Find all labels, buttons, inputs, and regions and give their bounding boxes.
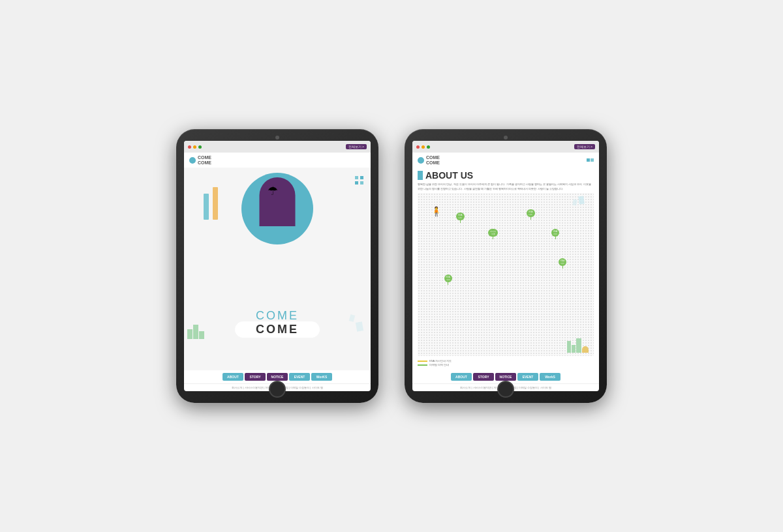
deco-sq-2: [360, 176, 363, 179]
browser-bar-1: 전체보기 >: [184, 141, 371, 153]
logo-text-1: COME COME: [198, 155, 211, 165]
map-pin-4: KNA지리: [551, 229, 559, 239]
nav-story-2[interactable]: STORY: [473, 373, 494, 381]
hero-come1: COME: [184, 309, 371, 323]
screen-content-1: COME COME: [184, 153, 371, 391]
pin-stem-5: [562, 266, 563, 269]
logo-area-1: COME COME: [184, 153, 371, 168]
view-all-button-2[interactable]: 전체보기 >: [574, 144, 595, 149]
world-map-area: 🧍 아시아야롯 KNA사리 KNA사리 KNA: [418, 193, 594, 356]
about-bracket: [418, 171, 423, 180]
books-deco: [204, 187, 218, 222]
nav-story-1[interactable]: STORY: [245, 373, 266, 381]
nav-notice-2[interactable]: NOTICE: [495, 373, 516, 381]
map-legend: KNA 자사인내 지도 마케팅 여역 안내: [418, 358, 594, 368]
about-description: 행복한 삶을 위한 우리의 만남, 작은 도움이 우리의 아주에게 큰 힘이 됩…: [418, 183, 594, 191]
deco-sq-1: [355, 176, 358, 179]
map-figure: 🧍: [431, 206, 442, 216]
deco-sq-3: [355, 181, 358, 185]
view-all-button-1[interactable]: 전체보기 >: [346, 144, 367, 149]
pin-stem-1: [493, 237, 493, 239]
map-building-3: [576, 338, 581, 353]
pin-label-5: KNA지리: [559, 258, 566, 266]
tablet-2: 전체보기 > COME COME A: [405, 129, 607, 403]
deco-sq-4: [360, 181, 363, 185]
paper-deco-1: [578, 196, 585, 205]
nav-event-1[interactable]: EVENT: [289, 373, 310, 381]
map-buildings: [567, 338, 589, 353]
pin-label-4: KNA지리: [551, 229, 559, 237]
pin-stem-2: [460, 220, 461, 223]
deco-sq-5: [587, 158, 590, 162]
dot-yellow-1: [193, 145, 196, 149]
pin-label-3: KNA사리: [527, 209, 534, 217]
nav-about-2[interactable]: ABOUT: [451, 373, 472, 381]
pin-label-1: 아시아야롯: [488, 229, 498, 237]
map-pin-3: KNA사리: [527, 209, 534, 220]
hero-come2: COME: [184, 323, 371, 336]
map-pin-1: 아시아야롯: [488, 229, 498, 239]
legend-label-1: KNA 자사인내 지도: [429, 359, 452, 362]
nav-works-1[interactable]: WorKS: [311, 373, 332, 381]
legend-line-green: [418, 364, 427, 366]
nav-notice-1[interactable]: NOTICE: [267, 373, 288, 381]
deco-squares-2: [587, 158, 594, 162]
pin-label-6: KNA지리: [444, 274, 452, 282]
pin-stem-6: [448, 282, 448, 285]
nav-buttons-2: ABOUT STORY NOTICE EVENT WorkS: [412, 370, 599, 383]
tree-deco: [582, 346, 589, 353]
logo-circle-1: [189, 157, 196, 164]
map-pin-2: KNA사리: [456, 213, 464, 223]
legend-label-2: 마케팅 여역 안내: [429, 363, 449, 366]
map-building-2: [572, 345, 576, 353]
map-pin-6: KNA지리: [444, 274, 452, 285]
about-title: ABOUT US: [418, 170, 594, 181]
tablet-2-screen: 전체보기 > COME COME A: [412, 141, 599, 391]
footer-1: 회사소개 | 서비스이용약관 | 개인정보처리규방침 | 이메일 수집동의 | …: [184, 383, 371, 391]
map-pin-5: KNA지리: [559, 258, 566, 269]
nav-event-2[interactable]: EVENT: [517, 373, 538, 381]
screen-content-2: COME COME ABOUT US 행복한 삶을 위한 우리의 만남, 작은 …: [412, 153, 599, 391]
browser-bar-2: 전체보기 >: [412, 141, 599, 153]
legend-line-yellow: [418, 361, 427, 362]
deco-sq-6: [591, 158, 594, 162]
about-area: ABOUT US 행복한 삶을 위한 우리의 만남, 작은 도움이 우리의 아주…: [412, 168, 599, 370]
tablet-1: 전체보기 > COME COME: [176, 129, 378, 403]
hero-title: COME COME: [184, 309, 371, 336]
logo-area-2: COME COME: [412, 153, 599, 168]
pin-stem-4: [555, 237, 556, 239]
dot-red-1: [188, 145, 191, 149]
dot-green-2: [427, 145, 430, 149]
dot-green-1: [198, 145, 202, 149]
nav-buttons-1: ABOUT STORY NOTICE EVENT WorKS: [184, 370, 371, 383]
deco-squares-1: [354, 175, 364, 185]
legend-item-1: KNA 자사인내 지도: [418, 359, 594, 362]
footer-2: 회사소개 | 서비스이용약관 | 개인정보처리규방침 | 이메일 수집동의 | …: [412, 383, 599, 391]
hero-figure: ☂: [268, 184, 278, 198]
dot-yellow-2: [422, 145, 425, 149]
nav-about-1[interactable]: ABOUT: [223, 373, 243, 381]
logo-text-2: COME COME: [426, 155, 440, 165]
logo-circle-2: [418, 157, 424, 164]
pin-stem-3: [530, 217, 531, 220]
hero-area: ☂ COME COME: [184, 168, 371, 370]
dot-red-2: [416, 145, 420, 149]
pin-label-2: KNA사리: [456, 213, 464, 220]
tablet-1-screen: 전체보기 > COME COME: [184, 141, 371, 391]
map-building-1: [567, 341, 571, 353]
legend-item-2: 마케팅 여역 안내: [418, 363, 594, 366]
nav-works-2[interactable]: WorkS: [540, 373, 560, 381]
